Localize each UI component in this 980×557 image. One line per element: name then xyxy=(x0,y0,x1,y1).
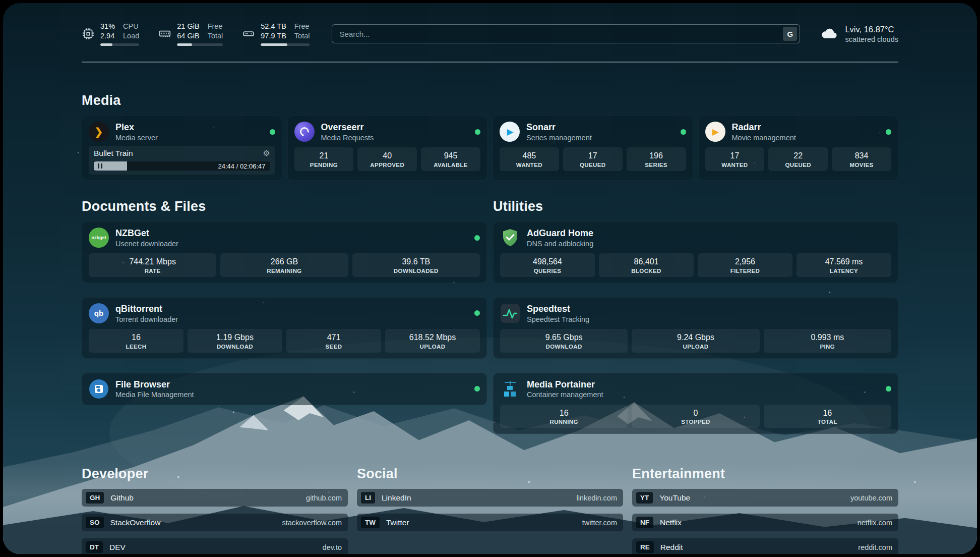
stat-rate: 744.21 Mbps RATE xyxy=(89,253,216,277)
bookmark-name: LinkedIn xyxy=(382,493,411,503)
portainer-icon xyxy=(500,379,520,399)
cpu-load-label: Load xyxy=(123,31,139,41)
bookmark-name: Reddit xyxy=(660,543,683,552)
app-name: Radarr xyxy=(732,122,880,133)
search-input[interactable] xyxy=(339,30,783,38)
app-subtitle: Speedtest Tracking xyxy=(527,315,891,323)
app-card-qbittorrent[interactable]: qb qBittorrent Torrent downloader xyxy=(82,297,487,359)
app-name: Sonarr xyxy=(526,122,674,133)
bookmark-abbr: YT xyxy=(636,492,653,504)
bookmark-dev[interactable]: DT DEV dev.to xyxy=(82,538,348,554)
bookmark-abbr: LI xyxy=(361,492,375,504)
bookmark-youtube[interactable]: YT YouTube youtube.com xyxy=(632,489,898,507)
adguard-shield-icon xyxy=(500,228,520,248)
search-engine-button[interactable]: G xyxy=(783,27,797,41)
stat-ping: 0.993 ms PING xyxy=(764,329,891,353)
app-name: NZBGet xyxy=(115,228,468,239)
app-name: Media Portainer xyxy=(527,379,879,391)
stat-approved: 40 APPROVED xyxy=(357,147,417,171)
status-dot xyxy=(474,310,480,316)
bookmark-reddit[interactable]: RE Reddit reddit.com xyxy=(632,538,898,554)
cpu-icon xyxy=(82,27,95,40)
bookmark-url: reddit.com xyxy=(858,543,892,551)
system-metrics: 31% 2.94 CPU Load xyxy=(82,22,310,46)
stat-wanted: 485 WANTED xyxy=(500,147,559,171)
bookmark-url: linkedin.com xyxy=(576,494,617,502)
disk-progress-bar xyxy=(261,43,310,46)
status-dot xyxy=(886,129,891,135)
stat-stopped: 0 STOPPED xyxy=(632,405,759,428)
gear-icon[interactable]: ⚙ xyxy=(263,149,270,157)
app-card-overseerr[interactable]: Overseerr Media Requests 21 PENDING 40 A… xyxy=(287,116,488,181)
app-card-speedtest[interactable]: Speedtest Speedtest Tracking 9.65 Gbps D… xyxy=(493,297,898,359)
stat-queries: 498,564 QUERIES xyxy=(500,253,595,277)
ram-progress-bar xyxy=(177,43,223,46)
qbittorrent-icon: qb xyxy=(89,303,109,323)
stat-upload: 9.24 Gbps UPLOAD xyxy=(632,329,759,353)
disk-total-value: 97.9 TB xyxy=(261,31,286,41)
bookmark-group-social: Social LI LinkedIn linkedin.com TW Twitt… xyxy=(357,466,623,554)
nzbget-icon: nzbget xyxy=(89,228,109,248)
app-subtitle: Media File Management xyxy=(115,391,468,399)
app-subtitle: Series management xyxy=(526,134,674,142)
app-card-filebrowser[interactable]: File Browser Media File Management xyxy=(82,373,487,405)
app-card-nzbget[interactable]: nzbget NZBGet Usenet downloader xyxy=(82,221,487,283)
disk-total-label: Total xyxy=(294,31,310,41)
stat-remaining: 266 GB REMAINING xyxy=(220,253,348,277)
radarr-icon: ▶ xyxy=(705,122,725,142)
app-card-portainer[interactable]: Media Portainer Container management 16 … xyxy=(493,373,898,434)
stat-available: 945 AVAILABLE xyxy=(421,147,480,171)
status-dot xyxy=(681,129,686,135)
disk-free-label: Free xyxy=(294,22,310,31)
ram-widget: 21 GiB 64 GiB Free Total xyxy=(158,22,223,46)
playback-time: 24:44 / 02:06:47 xyxy=(218,162,270,170)
ram-total-value: 64 GiB xyxy=(177,31,199,41)
disk-free-value: 52.4 TB xyxy=(261,22,286,31)
bookmark-twitter[interactable]: TW Twitter twitter.com xyxy=(357,514,623,531)
app-subtitle: Media Requests xyxy=(321,134,469,142)
pause-icon[interactable] xyxy=(98,163,102,169)
app-card-adguard[interactable]: AdGuard Home DNS and adblocking 498,564 … xyxy=(493,221,898,283)
bookmark-abbr: RE xyxy=(636,541,654,553)
speedtest-icon xyxy=(500,303,520,323)
bookmark-stackoverflow[interactable]: SO StackOverflow stackoverflow.com xyxy=(82,514,348,531)
stat-total: 16 TOTAL xyxy=(764,405,891,428)
stat-queued: 22 QUEUED xyxy=(768,147,828,171)
playback-progress-bar: 24:44 / 02:06:47 xyxy=(94,161,270,171)
section-title-utilities: Utilities xyxy=(493,199,898,214)
app-subtitle: DNS and adblocking xyxy=(527,240,891,248)
bookmark-linkedin[interactable]: LI LinkedIn linkedin.com xyxy=(357,489,623,507)
search-bar: G xyxy=(332,24,800,43)
bookmark-url: twitter.com xyxy=(582,519,617,527)
bookmark-abbr: TW xyxy=(361,517,380,528)
bookmark-url: stackoverflow.com xyxy=(282,519,342,527)
app-name: Overseerr xyxy=(321,122,469,133)
cpu-label: CPU xyxy=(123,22,139,31)
bookmark-group-developer: Developer GH Github github.com SO StackO… xyxy=(82,466,348,554)
bookmark-url: netflix.com xyxy=(858,519,892,527)
stat-movies: 834 MOVIES xyxy=(832,147,891,171)
bookmark-name: Netflix xyxy=(660,518,682,527)
app-subtitle: Usenet downloader xyxy=(115,240,468,248)
bookmark-name: Github xyxy=(110,493,134,503)
bookmark-netflix[interactable]: NF Netflix netflix.com xyxy=(632,514,898,531)
stat-pending: 21 PENDING xyxy=(294,147,354,171)
section-title-entertainment: Entertainment xyxy=(632,466,898,482)
app-card-sonarr[interactable]: ▶ Sonarr Series management 485 WANTED xyxy=(493,116,693,181)
bookmark-name: StackOverflow xyxy=(110,518,161,527)
ram-total-label: Total xyxy=(208,31,223,41)
status-dot xyxy=(475,129,480,135)
app-name: File Browser xyxy=(115,379,468,391)
disk-icon xyxy=(242,27,255,40)
bookmark-url: dev.to xyxy=(323,543,342,551)
cloud-icon xyxy=(820,26,838,42)
header: 31% 2.94 CPU Load xyxy=(82,3,898,49)
stat-download: 9.65 Gbps DOWNLOAD xyxy=(500,329,628,353)
stat-leech: 16 LEECH xyxy=(89,329,183,353)
app-subtitle: Container management xyxy=(527,391,879,399)
app-card-plex[interactable]: ❯ Plex Media server Bullet Train ⚙ xyxy=(82,116,282,181)
app-card-radarr[interactable]: ▶ Radarr Movie management 17 WANTED xyxy=(698,116,899,181)
bookmark-abbr: GH xyxy=(86,492,104,504)
bookmark-github[interactable]: GH Github github.com xyxy=(82,489,348,507)
sonarr-icon: ▶ xyxy=(500,122,520,142)
